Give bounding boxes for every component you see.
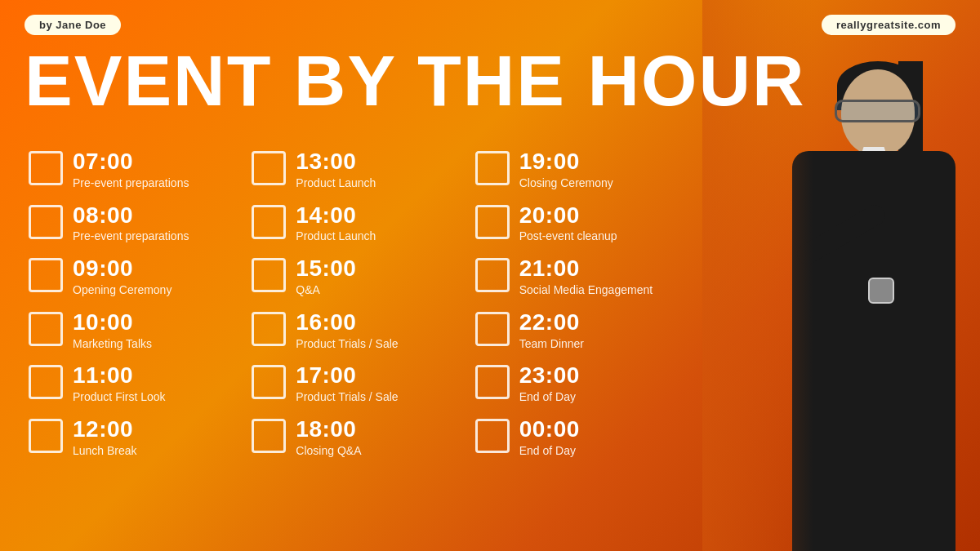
item-time: 16:00: [296, 310, 398, 335]
item-content: 08:00 Pre-event preparations: [73, 203, 189, 244]
schedule-checkbox[interactable]: [475, 151, 510, 185]
schedule-checkbox[interactable]: [252, 419, 286, 453]
person-watch: [868, 278, 894, 304]
item-content: 09:00 Opening Ceremony: [73, 256, 172, 297]
item-label: Opening Ceremony: [73, 283, 172, 297]
schedule-checkbox[interactable]: [252, 205, 286, 239]
schedule-item: 09:00 Opening Ceremony: [24, 250, 247, 304]
schedule-item: 16:00 Product Trials / Sale: [247, 304, 470, 358]
schedule-checkbox[interactable]: [29, 151, 63, 185]
schedule-item: 14:00 Product Launch: [247, 197, 470, 251]
glasses: [835, 100, 920, 122]
item-time: 13:00: [296, 149, 376, 175]
item-label: Post-event cleanup: [519, 229, 617, 243]
schedule-checkbox[interactable]: [475, 205, 510, 239]
schedule-item: 21:00 Social Media Engagement: [471, 250, 694, 304]
item-content: 17:00 Product Trials / Sale: [296, 363, 398, 404]
item-label: Product Trials / Sale: [296, 337, 398, 351]
item-time: 12:00: [73, 417, 137, 442]
schedule-checkbox[interactable]: [475, 312, 510, 346]
item-time: 19:00: [519, 149, 613, 175]
item-time: 21:00: [519, 256, 653, 282]
schedule-checkbox[interactable]: [29, 205, 63, 239]
item-time: 22:00: [519, 310, 584, 335]
item-label: Team Dinner: [519, 337, 584, 351]
item-content: 16:00 Product Trials / Sale: [296, 310, 398, 351]
page-title: EVENT BY THE HOUR: [24, 45, 806, 117]
item-label: Social Media Engagement: [519, 283, 653, 297]
schedule-checkbox[interactable]: [475, 258, 510, 292]
item-time: 07:00: [73, 149, 189, 175]
item-time: 20:00: [519, 203, 617, 229]
item-label: Product Launch: [296, 229, 376, 243]
item-content: 21:00 Social Media Engagement: [519, 256, 653, 297]
schedule-item: 17:00 Product Trials / Sale: [247, 357, 470, 411]
schedule-checkbox[interactable]: [252, 312, 286, 346]
item-time: 17:00: [296, 363, 398, 389]
schedule-item: 10:00 Marketing Talks: [24, 304, 247, 358]
schedule-checkbox[interactable]: [475, 419, 510, 453]
item-label: Product Trials / Sale: [296, 390, 398, 404]
item-content: 23:00 End of Day: [519, 363, 580, 404]
item-label: Product Launch: [296, 176, 376, 190]
schedule-item: 12:00 Lunch Break: [24, 411, 247, 464]
schedule-checkbox[interactable]: [252, 365, 286, 399]
schedule-checkbox[interactable]: [29, 419, 63, 453]
item-time: 08:00: [73, 203, 189, 229]
item-time: 00:00: [519, 417, 580, 442]
item-time: 18:00: [296, 417, 361, 442]
item-label: Marketing Talks: [73, 337, 152, 351]
schedule-checkbox[interactable]: [252, 258, 286, 292]
item-content: 14:00 Product Launch: [296, 203, 376, 244]
item-label: Product First Look: [73, 390, 166, 404]
item-time: 23:00: [519, 363, 580, 389]
item-label: Pre-event preparations: [73, 229, 189, 243]
item-label: Q&A: [296, 283, 356, 297]
top-bar: by Jane Doe reallygreatsite.com: [0, 15, 980, 35]
schedule-item: 23:00 End of Day: [471, 357, 694, 411]
item-content: 07:00 Pre-event preparations: [73, 149, 189, 190]
item-content: 13:00 Product Launch: [296, 149, 376, 190]
item-time: 15:00: [296, 256, 356, 282]
schedule-checkbox[interactable]: [252, 151, 286, 185]
item-content: 19:00 Closing Ceremony: [519, 149, 613, 190]
author-badge: by Jane Doe: [24, 15, 121, 35]
item-time: 14:00: [296, 203, 376, 229]
schedule-checkbox[interactable]: [29, 312, 63, 346]
item-label: Closing Ceremony: [519, 176, 613, 190]
item-label: Closing Q&A: [296, 444, 361, 458]
item-label: End of Day: [519, 444, 580, 458]
schedule-item: 00:00 End of Day: [471, 411, 694, 464]
item-content: 15:00 Q&A: [296, 256, 356, 297]
item-time: 09:00: [73, 256, 172, 282]
website-badge: reallygreatsite.com: [822, 15, 956, 35]
item-content: 20:00 Post-event cleanup: [519, 203, 617, 244]
item-time: 11:00: [73, 363, 166, 389]
item-label: End of Day: [519, 390, 580, 404]
schedule-checkbox[interactable]: [29, 365, 63, 399]
schedule-item: 22:00 Team Dinner: [471, 304, 694, 358]
item-label: Lunch Break: [73, 444, 137, 458]
item-content: 10:00 Marketing Talks: [73, 310, 152, 351]
schedule-item: 11:00 Product First Look: [24, 357, 247, 411]
schedule-checkbox[interactable]: [475, 365, 510, 399]
schedule-item: 07:00 Pre-event preparations: [24, 143, 247, 197]
item-label: Pre-event preparations: [73, 176, 189, 190]
schedule-item: 18:00 Closing Q&A: [247, 411, 470, 464]
item-content: 22:00 Team Dinner: [519, 310, 584, 351]
item-content: 11:00 Product First Look: [73, 363, 166, 404]
schedule-item: 20:00 Post-event cleanup: [471, 197, 694, 251]
schedule-item: 19:00 Closing Ceremony: [471, 143, 694, 197]
item-content: 18:00 Closing Q&A: [296, 417, 361, 458]
item-time: 10:00: [73, 310, 152, 335]
schedule-item: 08:00 Pre-event preparations: [24, 197, 247, 251]
schedule-checkbox[interactable]: [29, 258, 63, 292]
schedule-item: 13:00 Product Launch: [247, 143, 470, 197]
schedule-grid: 07:00 Pre-event preparations 13:00 Produ…: [24, 143, 694, 464]
item-content: 00:00 End of Day: [519, 417, 580, 458]
schedule-item: 15:00 Q&A: [247, 250, 470, 304]
item-content: 12:00 Lunch Break: [73, 417, 137, 458]
